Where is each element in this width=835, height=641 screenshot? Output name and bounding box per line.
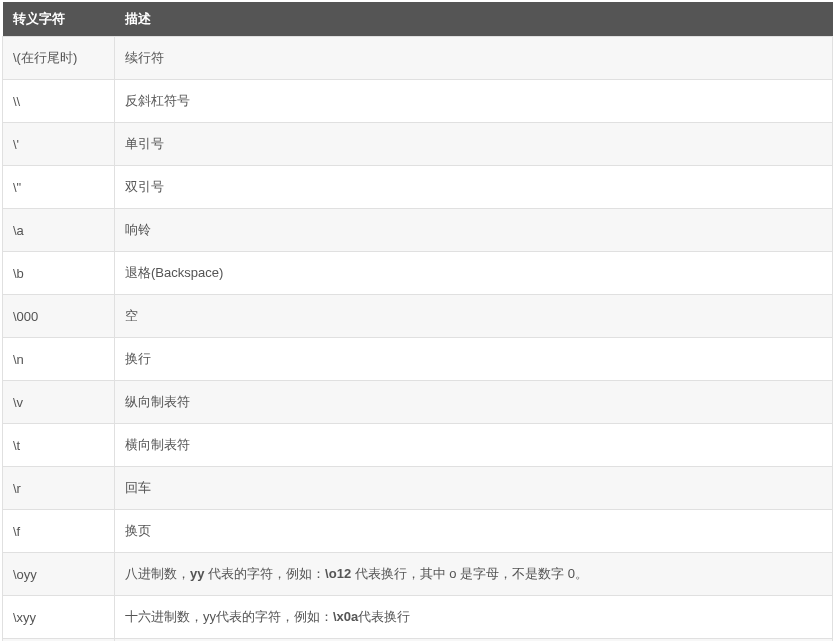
escape-char-table: 转义字符 描述 \(在行尾时) 续行符 \\ 反斜杠符号 \' 单引号 \" 双… [2,2,833,641]
cell-desc: 双引号 [115,166,833,209]
cell-char: \t [3,424,115,467]
table-row: \f 换页 [3,510,833,553]
table-row: \(在行尾时) 续行符 [3,37,833,80]
table-row: \' 单引号 [3,123,833,166]
desc-text: 代表换行 [358,609,410,624]
cell-desc: 换页 [115,510,833,553]
cell-desc: 响铃 [115,209,833,252]
table-row: \000 空 [3,295,833,338]
table-row: \b 退格(Backspace) [3,252,833,295]
table-row: \oyy 八进制数，yy 代表的字符，例如：\o12 代表换行，其中 o 是字母… [3,553,833,596]
table-row: \t 横向制表符 [3,424,833,467]
cell-char: \000 [3,295,115,338]
desc-text: 代表换行，其中 o 是字母，不是数字 0。 [351,566,588,581]
desc-bold: yy [190,566,204,581]
col-header-desc: 描述 [115,2,833,37]
table-row: \r 回车 [3,467,833,510]
cell-desc: 退格(Backspace) [115,252,833,295]
cell-desc: 十六进制数，yy代表的字符，例如：\x0a代表换行 [115,596,833,639]
cell-desc: 八进制数，yy 代表的字符，例如：\o12 代表换行，其中 o 是字母，不是数字… [115,553,833,596]
cell-char: \r [3,467,115,510]
cell-char: \b [3,252,115,295]
desc-text: 十六进制数，yy代表的字符，例如： [125,609,333,624]
col-header-char: 转义字符 [3,2,115,37]
table-row: \\ 反斜杠符号 [3,80,833,123]
cell-char: \xyy [3,596,115,639]
cell-char: \n [3,338,115,381]
cell-char: \" [3,166,115,209]
table-row: \a 响铃 [3,209,833,252]
table-header-row: 转义字符 描述 [3,2,833,37]
cell-desc: 换行 [115,338,833,381]
cell-desc: 横向制表符 [115,424,833,467]
cell-char: \f [3,510,115,553]
table-row: \" 双引号 [3,166,833,209]
cell-char: \v [3,381,115,424]
desc-text: 代表的字符，例如： [204,566,325,581]
cell-char: \a [3,209,115,252]
desc-text: 八进制数， [125,566,190,581]
table-row: \v 纵向制表符 [3,381,833,424]
cell-desc: 回车 [115,467,833,510]
cell-char: \(在行尾时) [3,37,115,80]
cell-char: \' [3,123,115,166]
table-row: \n 换行 [3,338,833,381]
desc-bold: \o12 [325,566,351,581]
cell-char: \oyy [3,553,115,596]
cell-desc: 反斜杠符号 [115,80,833,123]
cell-desc: 纵向制表符 [115,381,833,424]
cell-desc: 空 [115,295,833,338]
cell-desc: 续行符 [115,37,833,80]
cell-desc: 单引号 [115,123,833,166]
cell-char: \\ [3,80,115,123]
table-row: \xyy 十六进制数，yy代表的字符，例如：\x0a代表换行 [3,596,833,639]
desc-bold: \x0a [333,609,358,624]
